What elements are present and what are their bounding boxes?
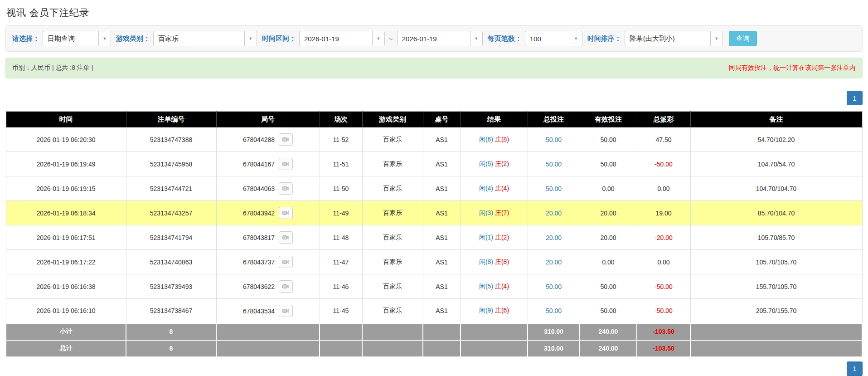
cell-round: 678043942 bbox=[216, 201, 320, 225]
cell-bet-id: 523134738467 bbox=[126, 299, 216, 323]
query-type-input[interactable] bbox=[43, 31, 98, 46]
cell-result: 闲(9) 庄(6) bbox=[461, 299, 528, 323]
video-replay-button[interactable] bbox=[279, 158, 293, 170]
cell-session: 11-50 bbox=[320, 176, 362, 201]
game-type-combobox: ▼ bbox=[153, 31, 257, 46]
cell-time: 2026-01-19 06:20:30 bbox=[6, 127, 126, 152]
cell-table-no: AS1 bbox=[423, 127, 461, 152]
banker-result: 庄(8) bbox=[495, 258, 509, 265]
player-result: 闲(8) bbox=[479, 258, 493, 265]
cell-table-no: AS1 bbox=[423, 176, 461, 201]
total-bet-link[interactable]: 50.00 bbox=[546, 307, 562, 314]
chevron-down-icon[interactable]: ▼ bbox=[710, 31, 723, 46]
video-replay-button[interactable] bbox=[279, 280, 293, 293]
player-result: 闲(5) bbox=[479, 283, 493, 290]
total-bet-link[interactable]: 50.00 bbox=[546, 283, 562, 290]
video-replay-button[interactable] bbox=[279, 256, 293, 268]
date-to-input[interactable] bbox=[398, 31, 470, 46]
footer-payout: -103.50 bbox=[637, 323, 690, 340]
cell-result: 闲(1) 庄(2) bbox=[461, 225, 528, 250]
cell-total-bet: 50.00 bbox=[528, 127, 580, 152]
column-header: 注单编号 bbox=[126, 112, 216, 127]
video-icon bbox=[282, 161, 289, 167]
summary-row: 小计8310.00240.00-103.50 bbox=[6, 323, 862, 340]
page-size-input[interactable] bbox=[525, 31, 570, 46]
chevron-down-icon[interactable]: ▼ bbox=[570, 31, 582, 46]
cell-note: 155.70/105.70 bbox=[690, 274, 862, 299]
video-replay-button[interactable] bbox=[279, 182, 293, 195]
total-bet-link[interactable]: 50.00 bbox=[546, 161, 562, 168]
time-sort-input[interactable] bbox=[625, 31, 710, 46]
total-bet-link[interactable]: 50.00 bbox=[546, 136, 562, 143]
search-button[interactable]: 查询 bbox=[729, 31, 757, 46]
cell-result: 闲(4) 庄(4) bbox=[461, 176, 528, 201]
round-number: 678044167 bbox=[243, 161, 275, 168]
cell-bet-id: 523134743257 bbox=[126, 201, 216, 225]
footer-empty-cell bbox=[216, 323, 320, 340]
total-bet-link[interactable]: 20.00 bbox=[546, 210, 562, 217]
cell-table-no: AS1 bbox=[423, 225, 461, 250]
footer-empty-cell bbox=[216, 340, 320, 357]
cell-bet-id: 523134741794 bbox=[126, 225, 216, 250]
cell-game-type: 百家乐 bbox=[362, 274, 423, 299]
footer-empty-cell bbox=[423, 340, 461, 357]
game-type-input[interactable] bbox=[154, 31, 244, 46]
chevron-down-icon[interactable]: ▼ bbox=[470, 31, 482, 46]
cell-time: 2026-01-19 06:17:51 bbox=[6, 225, 126, 250]
cell-valid-bet: 50.00 bbox=[580, 127, 637, 152]
video-replay-button[interactable] bbox=[279, 207, 293, 219]
column-header: 局号 bbox=[216, 112, 320, 127]
column-header: 有效投注 bbox=[580, 112, 637, 127]
cell-session: 11-45 bbox=[320, 299, 362, 323]
footer-empty-cell bbox=[423, 323, 461, 340]
cell-total-bet: 50.00 bbox=[528, 152, 580, 176]
video-replay-button[interactable] bbox=[279, 231, 293, 244]
video-replay-button[interactable] bbox=[279, 305, 293, 317]
round-number: 678044063 bbox=[243, 185, 275, 192]
column-header: 总投注 bbox=[528, 112, 580, 127]
query-type-combobox: ▼ bbox=[43, 31, 111, 46]
total-bet-link[interactable]: 50.00 bbox=[546, 185, 562, 192]
chevron-down-icon[interactable]: ▼ bbox=[372, 31, 384, 46]
cell-time: 2026-01-19 06:16:38 bbox=[6, 274, 126, 299]
cell-game-type: 百家乐 bbox=[362, 299, 423, 323]
cell-bet-id: 523134747388 bbox=[126, 127, 216, 152]
table-body: 2026-01-19 06:20:30523134747388678044288… bbox=[6, 127, 862, 357]
date-from-input[interactable] bbox=[300, 31, 372, 46]
footer-empty-cell bbox=[320, 323, 362, 340]
page-number-button[interactable]: 1 bbox=[847, 361, 863, 376]
time-range-label: 时间区间： bbox=[262, 34, 296, 43]
cell-note: 105.70/105.70 bbox=[690, 250, 862, 274]
round-number: 678043737 bbox=[243, 259, 275, 266]
pagination-bottom: 1 bbox=[5, 361, 863, 376]
cell-payout: -50.00 bbox=[637, 274, 690, 299]
cell-bet-id: 523134745958 bbox=[126, 152, 216, 176]
banker-result: 庄(4) bbox=[495, 185, 509, 192]
footer-valid-bet: 240.00 bbox=[580, 323, 637, 340]
footer-empty-cell bbox=[461, 340, 528, 357]
cell-result: 闲(6) 庄(8) bbox=[461, 127, 528, 152]
cell-note: 85.70/104.70 bbox=[690, 201, 862, 225]
chevron-down-icon[interactable]: ▼ bbox=[98, 31, 111, 46]
filter-bar: 请选择： ▼ 游戏类别： ▼ 时间区间： ▼ ~ ▼ 每页笔数： ▼ 时间排序：… bbox=[5, 25, 863, 52]
column-header: 备注 bbox=[690, 112, 862, 127]
cell-payout: 0.00 bbox=[637, 176, 690, 201]
page-number-button[interactable]: 1 bbox=[847, 91, 863, 105]
cell-session: 11-46 bbox=[320, 274, 362, 299]
cell-valid-bet: 20.00 bbox=[580, 201, 637, 225]
pagination-top: 1 bbox=[5, 91, 863, 105]
cell-table-no: AS1 bbox=[423, 299, 461, 323]
footer-empty-cell bbox=[362, 323, 423, 340]
cell-note: 205.70/155.70 bbox=[690, 299, 862, 323]
video-icon bbox=[282, 308, 289, 314]
chevron-down-icon[interactable]: ▼ bbox=[244, 31, 257, 46]
valid-bet-notice-text: 同局有效投注，统一计算在该局第一张注单内 bbox=[729, 64, 856, 72]
total-bet-link[interactable]: 20.00 bbox=[546, 234, 562, 241]
page-title: 视讯 会员下注纪录 bbox=[6, 6, 863, 19]
total-bet-link[interactable]: 20.00 bbox=[546, 259, 562, 266]
video-icon bbox=[282, 186, 289, 191]
video-replay-button[interactable] bbox=[279, 133, 293, 146]
player-result: 闲(4) bbox=[479, 185, 493, 192]
cell-note: 54.70/102.20 bbox=[690, 127, 862, 152]
cell-total-bet: 50.00 bbox=[528, 299, 580, 323]
